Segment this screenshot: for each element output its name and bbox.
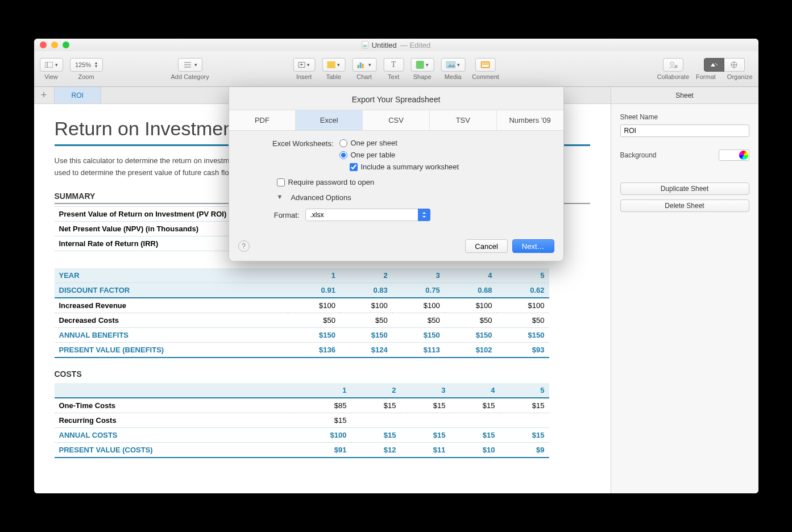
- window-zoom-button[interactable]: [63, 41, 69, 48]
- sheet-name-label: Sheet Name: [620, 113, 749, 121]
- format-select[interactable]: .xlsx: [305, 209, 430, 221]
- sheet-tab-roi[interactable]: ROI: [55, 87, 101, 103]
- svg-line-10: [715, 63, 718, 65]
- costs-table[interactable]: 12345 One-Time Costs$85$15$15$15$15 Recu…: [55, 383, 549, 458]
- view-label: View: [44, 73, 58, 80]
- collaborate-button[interactable]: +: [663, 58, 683, 72]
- costs-heading: COSTS: [55, 369, 590, 381]
- svg-text:+: +: [675, 65, 677, 68]
- add-category-label: Add Category: [171, 73, 209, 80]
- organize-button[interactable]: [724, 58, 745, 72]
- text-button[interactable]: T: [383, 58, 404, 72]
- benefits-table[interactable]: YEAR12345 DISCOUNT FACTOR0.910.830.750.6…: [55, 268, 549, 358]
- include-summary-checkbox[interactable]: Include a summary worksheet: [350, 163, 459, 171]
- comment-button[interactable]: [475, 58, 496, 72]
- tab-tsv[interactable]: TSV: [430, 110, 497, 130]
- document-title: Untitled: [372, 41, 397, 49]
- require-password-checkbox[interactable]: Require password to open: [277, 178, 375, 186]
- app-window: Untitled — Edited ▾ View 125%▴▾ Zoom ▾: [34, 39, 758, 493]
- window-minimize-button[interactable]: [51, 41, 58, 48]
- tab-numbers09[interactable]: Numbers '09: [497, 110, 563, 130]
- disclosure-triangle-icon[interactable]: ▼: [277, 193, 283, 200]
- format-button[interactable]: [704, 58, 724, 72]
- document-icon: [362, 41, 368, 49]
- next-button[interactable]: Next…: [512, 239, 554, 253]
- view-button[interactable]: ▾: [40, 58, 63, 72]
- tab-excel[interactable]: Excel: [296, 110, 363, 130]
- dialog-tabs: PDF Excel CSV TSV Numbers '09: [229, 110, 563, 131]
- insert-button[interactable]: +▾: [293, 58, 315, 72]
- format-label: Format:: [243, 210, 300, 219]
- worksheets-label: Excel Worksheets:: [243, 139, 334, 148]
- document-edited-badge: — Edited: [400, 41, 430, 49]
- export-dialog: Export Your Spreadsheet PDF Excel CSV TS…: [229, 87, 564, 261]
- table-button[interactable]: ▾: [322, 58, 345, 72]
- svg-rect-0: [45, 62, 53, 68]
- cancel-button[interactable]: Cancel: [465, 239, 507, 253]
- background-color-well[interactable]: [719, 149, 749, 161]
- background-label: Background: [620, 151, 657, 159]
- titlebar: Untitled — Edited: [34, 39, 758, 51]
- one-per-table-radio[interactable]: One per table: [339, 151, 459, 159]
- svg-point-7: [670, 62, 674, 65]
- media-button[interactable]: ▾: [441, 58, 465, 72]
- duplicate-sheet-button[interactable]: Duplicate Sheet: [620, 182, 749, 195]
- chart-button[interactable]: ▾: [352, 58, 376, 72]
- advanced-options-label[interactable]: Advanced Options: [291, 193, 351, 202]
- one-per-sheet-radio[interactable]: One per sheet: [339, 139, 459, 147]
- inspector-tab-sheet[interactable]: Sheet: [611, 87, 758, 104]
- color-picker-icon[interactable]: [739, 151, 748, 160]
- tab-csv[interactable]: CSV: [363, 110, 430, 130]
- dialog-title: Export Your Spreadsheet: [229, 87, 563, 110]
- delete-sheet-button[interactable]: Delete Sheet: [620, 200, 749, 212]
- zoom-label: Zoom: [78, 73, 94, 80]
- add-category-button[interactable]: ▾: [178, 58, 202, 72]
- window-close-button[interactable]: [40, 41, 47, 48]
- svg-point-6: [448, 63, 450, 64]
- help-button[interactable]: ?: [238, 240, 250, 252]
- inspector-panel: Sheet Name Background Duplicate Sheet De…: [611, 104, 758, 493]
- tab-pdf[interactable]: PDF: [229, 110, 296, 130]
- sheet-name-input[interactable]: [620, 124, 749, 137]
- zoom-select[interactable]: 125%▴▾: [70, 58, 103, 72]
- add-sheet-button[interactable]: +: [34, 87, 55, 103]
- toolbar: ▾ View 125%▴▾ Zoom ▾ Add Category +▾Inse…: [34, 51, 758, 87]
- shape-button[interactable]: ▾: [410, 58, 434, 72]
- select-arrow-icon: [418, 209, 430, 221]
